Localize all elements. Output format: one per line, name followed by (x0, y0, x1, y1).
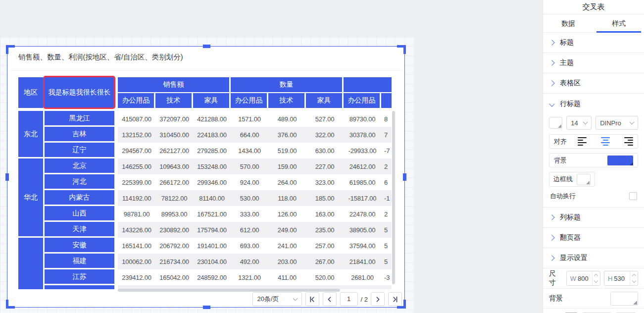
chevron-down-icon (630, 120, 635, 125)
data-cell: 8 (381, 115, 392, 123)
data-cell: 22478.00 (344, 210, 381, 218)
section-table-area[interactable]: 表格区 (543, 73, 644, 94)
height-input[interactable]: H 530 (604, 271, 638, 286)
data-cell: 612.00 (231, 226, 268, 234)
panel-title: 交叉表 (543, 0, 644, 14)
table-row: 146255.00109643.00153248.00570.00159.002… (118, 158, 392, 174)
font-family-select[interactable]: DINPro (595, 116, 638, 130)
data-cell: 89730.00 (344, 115, 381, 123)
section-row-title[interactable]: 行标题 (543, 94, 644, 114)
resize-handle-middle-left[interactable] (5, 173, 9, 181)
data-cell: 206792.00 (155, 242, 193, 250)
data-cell: 159.00 (268, 163, 306, 170)
wordwrap-label: 自动换行 (550, 192, 576, 201)
table-body: 415087.00372097.00421288.001571.00489.00… (118, 111, 392, 289)
province-header-cell: 山西 (45, 206, 114, 220)
sub-header-cell: 办公用品 (344, 93, 380, 108)
cross-table-widget[interactable]: 销售额、数量、利润(按地区、省/自治区、类别划分) 地区 东北华北 我是标题我很… (7, 46, 405, 308)
data-cell: 570.00 (231, 163, 268, 170)
data-cell: 249.00 (268, 226, 306, 234)
width-input[interactable]: W 800 (566, 271, 600, 286)
data-cell: 100062.00 (118, 258, 155, 265)
region-group-cell: 华北 (18, 158, 43, 236)
data-cell: 310450.00 (155, 131, 193, 139)
data-cell: 203.00 (268, 258, 306, 265)
widget-title: 销售额、数量、利润(按地区、省/自治区、类别划分) (18, 52, 183, 62)
data-cell: 492.00 (231, 258, 268, 265)
previous-page-button[interactable] (323, 292, 337, 306)
resize-handle-middle-right[interactable] (403, 173, 406, 181)
table-row: 165141.00206792.00191401.00693.00241.002… (118, 238, 392, 254)
section-title[interactable]: 标题 (543, 33, 644, 53)
width-stepper[interactable] (592, 271, 600, 285)
data-area[interactable]: 销售额数量 办公用品技术家具办公用品技术家具办公用品 415087.003720… (118, 77, 392, 289)
data-cell: -29933.00 (344, 147, 381, 155)
page-number-input[interactable]: 1 (340, 292, 358, 306)
resize-handle-top-right[interactable] (397, 45, 406, 54)
previous-page-icon (326, 296, 333, 303)
background-label: 背景 (554, 156, 567, 165)
data-cell: 38905.00 (344, 226, 381, 234)
align-left-icon[interactable] (578, 137, 587, 146)
data-cell: 693.00 (231, 242, 268, 250)
data-cell: 415087.00 (118, 115, 155, 123)
borderline-color-swatch[interactable] (577, 174, 591, 185)
vertical-scrollbar[interactable] (392, 111, 395, 284)
province-header-cell: 天津 (45, 222, 114, 236)
column-group-row: 销售额数量 (118, 77, 392, 92)
sub-header-cell: 办公用品 (231, 93, 267, 108)
panel-background-label: 背景 (549, 294, 563, 303)
background-color-swatch[interactable] (607, 156, 633, 165)
province-header-cell: 安徽 (45, 238, 114, 252)
region-group-cell (18, 238, 43, 289)
section-column-title[interactable]: 列标题 (543, 208, 644, 228)
data-cell: 1434.00 (231, 147, 268, 155)
province-header-cell: 福建 (45, 254, 114, 268)
row-title-header-cell[interactable]: 我是标题我很长很长 (45, 77, 114, 108)
table-row: 143226.00230892.00175794.00612.00249.002… (118, 222, 392, 238)
resize-handle-top-left[interactable] (6, 45, 15, 54)
wordwrap-checkbox[interactable] (629, 192, 637, 200)
background-row: 背景 (549, 153, 638, 167)
first-page-button[interactable] (305, 292, 319, 306)
resize-handle-top-middle[interactable] (203, 45, 210, 48)
panel-background-swatch[interactable] (610, 292, 638, 306)
data-cell: 126.00 (268, 210, 306, 218)
data-cell: 376.00 (268, 131, 306, 139)
column-group-header-cell (344, 77, 392, 92)
data-cell: 489.00 (268, 115, 306, 123)
section-display-settings[interactable]: 显示设置 (543, 248, 644, 268)
next-page-button[interactable] (371, 292, 385, 306)
pagination-bar: 20条/页 1 / 2 (252, 292, 402, 306)
resize-handle-bottom-middle[interactable] (203, 306, 210, 309)
section-theme[interactable]: 主题 (543, 53, 644, 73)
page-size-select[interactable]: 20条/页 (252, 292, 302, 306)
data-cell: 924.00 (231, 179, 268, 186)
sub-header-cell: 办公用品 (118, 93, 154, 108)
align-label: 对齐 (554, 137, 567, 146)
province-header-cell: 内蒙古 (45, 190, 114, 205)
align-center-icon[interactable] (601, 137, 610, 146)
font-color-swatch[interactable] (549, 117, 562, 129)
tab-style[interactable]: 样式 (594, 14, 644, 32)
align-right-icon[interactable] (624, 137, 633, 146)
data-cell: 664.00 (231, 131, 268, 139)
resize-handle-bottom-left[interactable] (6, 300, 15, 309)
data-cell: 78122.00 (155, 195, 193, 202)
tab-data[interactable]: 数据 (543, 14, 594, 32)
table-row: 225399.00266172.00299346.00924.00264.003… (118, 174, 392, 190)
font-size-select[interactable]: 14 (566, 116, 592, 130)
data-cell: 98781.00 (118, 210, 155, 218)
chevron-right-icon (549, 255, 554, 261)
table-row: 415087.00372097.00421288.001571.00489.00… (118, 111, 392, 127)
data-cell: 81140.00 (193, 195, 231, 202)
data-cell: 6 (381, 179, 392, 186)
column-group-header-cell: 销售额 (118, 77, 229, 92)
horizontal-scrollbar[interactable] (118, 289, 340, 292)
resize-handle-bottom-right[interactable] (397, 300, 406, 309)
height-stepper[interactable] (630, 271, 638, 285)
section-pager[interactable]: 翻页器 (543, 228, 644, 248)
page-size-value: 20条/页 (257, 295, 279, 304)
row-header-area: 地区 东北华北 我是标题我很长很长 黑龙江吉林辽宁北京河北内蒙古山西天津安徽福建… (18, 77, 115, 289)
province-header-cell: 吉林 (45, 127, 114, 141)
